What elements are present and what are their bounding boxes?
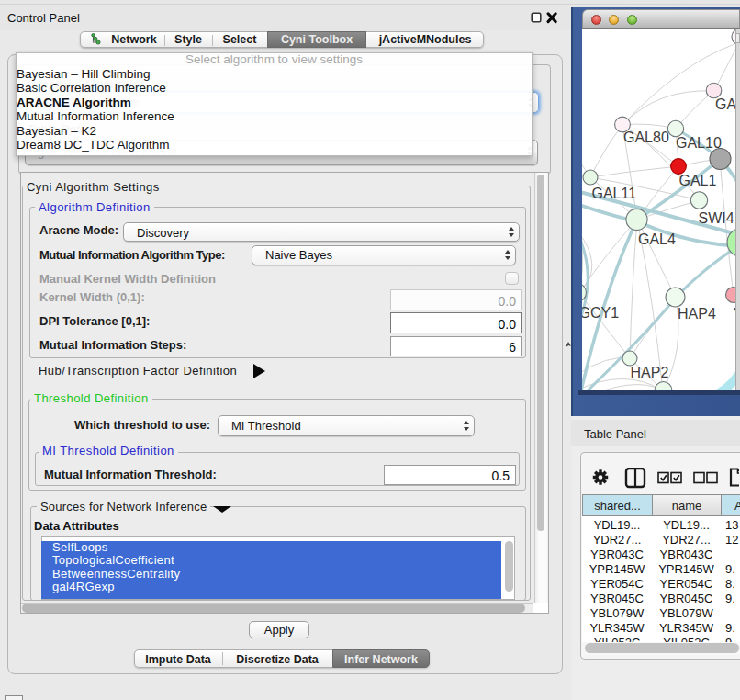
svg-text:GAL11: GAL11	[592, 186, 637, 201]
svg-text:GAL10: GAL10	[676, 135, 722, 151]
svg-text:GCY1: GCY1	[582, 305, 619, 321]
svg-text:SWI4: SWI4	[699, 210, 734, 226]
svg-text:HAP2: HAP2	[631, 365, 669, 380]
svg-text:HAP4: HAP4	[678, 306, 716, 322]
svg-text:GAL80: GAL80	[623, 130, 669, 145]
svg-text:GAL4: GAL4	[638, 231, 676, 247]
svg-text:GAL1: GAL1	[679, 173, 717, 188]
